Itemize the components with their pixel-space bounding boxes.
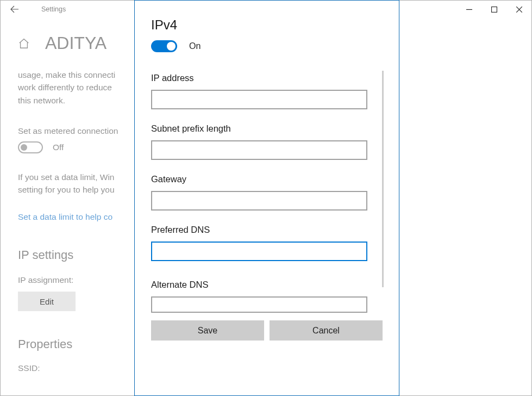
- ipv4-toggle[interactable]: [151, 40, 177, 52]
- edit-button[interactable]: Edit: [18, 292, 76, 311]
- maximize-button[interactable]: [481, 1, 506, 18]
- svg-rect-0: [491, 7, 497, 12]
- page-title: ADITYA: [45, 33, 107, 53]
- minimize-button[interactable]: [456, 1, 481, 18]
- app-title: Settings: [41, 5, 66, 13]
- maximize-icon: [491, 7, 497, 13]
- close-icon: [516, 7, 522, 13]
- home-icon: [18, 38, 30, 49]
- minimize-icon: [466, 7, 472, 13]
- alternate-dns-label: Alternate DNS: [151, 280, 383, 290]
- preferred-dns-input[interactable]: [151, 242, 367, 261]
- ipv4-toggle-state: On: [189, 41, 201, 51]
- close-button[interactable]: [506, 1, 531, 18]
- save-button[interactable]: Save: [151, 320, 264, 341]
- alternate-dns-input[interactable]: [151, 296, 367, 313]
- ip-address-label: IP address: [151, 73, 383, 83]
- metered-toggle[interactable]: [18, 141, 43, 153]
- arrow-left-icon: [10, 5, 19, 14]
- subnet-label: Subnet prefix length: [151, 123, 383, 134]
- gateway-input[interactable]: [151, 191, 367, 211]
- cancel-button[interactable]: Cancel: [270, 320, 383, 341]
- preferred-dns-label: Preferred DNS: [151, 225, 383, 235]
- ipv4-settings-dialog: IPv4 On IP address Subnet prefix length …: [134, 0, 399, 396]
- subnet-input[interactable]: [151, 140, 367, 160]
- ip-address-input[interactable]: [151, 90, 367, 109]
- scrollbar[interactable]: [382, 71, 384, 287]
- back-button[interactable]: [4, 1, 26, 18]
- metered-toggle-state: Off: [53, 143, 64, 152]
- dialog-title: IPv4: [151, 17, 383, 33]
- gateway-label: Gateway: [151, 174, 383, 184]
